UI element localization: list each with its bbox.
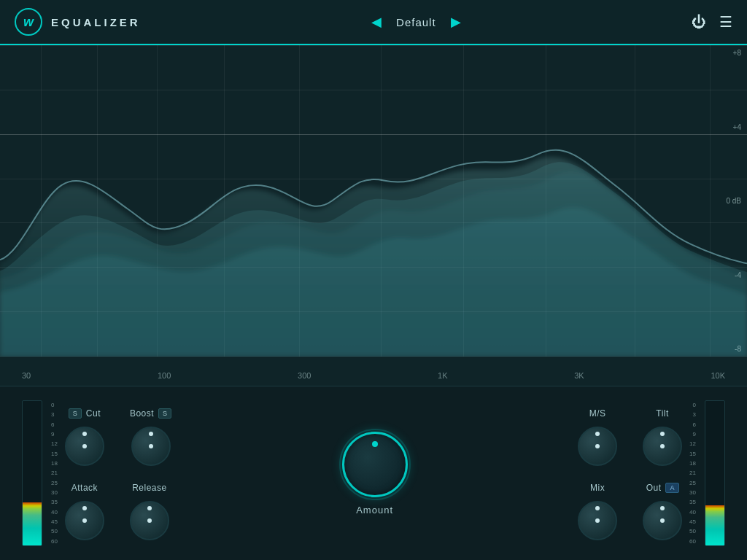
boost-badge: S [158, 408, 171, 419]
ms-knob[interactable] [578, 427, 617, 466]
db-label-8p: +8 [726, 49, 741, 57]
out-knob-dot [660, 506, 665, 510]
release-label: Release [132, 483, 167, 493]
vu-meter-left [22, 400, 42, 546]
tilt-group: Tilt [643, 406, 682, 466]
cut-label: Cut [86, 408, 101, 419]
controls: 0 3 6 9 12 15 18 21 25 30 35 40 45 50 60… [0, 386, 747, 560]
controls-inner: S Cut Boost S [58, 406, 689, 540]
vu-fill-left [23, 502, 42, 545]
header-left: w EQUALIZER [15, 8, 141, 36]
boost-group: Boost S [130, 406, 171, 466]
release-group: Release [130, 481, 169, 540]
left-knobs: S Cut Boost S [65, 406, 171, 540]
boost-knob-dot [149, 432, 153, 436]
freq-30: 30 [22, 371, 31, 380]
freq-3k: 3K [574, 371, 584, 380]
attack-group: Attack [65, 481, 104, 540]
amount-knob[interactable] [342, 432, 408, 497]
top-row-knobs: S Cut Boost S [65, 406, 171, 466]
eq-display: +8 +4 0 dB -4 -8 30 100 300 1K 3K 10K [0, 45, 747, 386]
vu-meter-right [705, 400, 725, 546]
app-title: EQUALIZER [51, 16, 141, 28]
boost-label: Boost [130, 408, 154, 419]
freq-labels: 30 100 300 1K 3K 10K [22, 371, 725, 380]
attack-label: Attack [71, 483, 98, 493]
db-labels: +8 +4 0 dB -4 -8 [726, 45, 741, 357]
top-row-right: M/S Tilt [578, 406, 682, 466]
out-badge: A [665, 483, 678, 493]
header-center: ◀ Default ▶ [371, 14, 461, 30]
attack-knob-dot [82, 506, 87, 510]
vu-labels-right: 0 3 6 9 12 15 18 21 25 30 35 40 45 50 60 [689, 400, 696, 546]
w-logo: w [15, 8, 42, 36]
vu-meter-left-container: 0 3 6 9 12 15 18 21 25 30 35 40 45 50 60 [15, 400, 58, 546]
mix-group: Mix [578, 481, 617, 540]
prev-preset-button[interactable]: ◀ [371, 14, 382, 30]
mix-label: Mix [590, 483, 605, 493]
next-preset-button[interactable]: ▶ [451, 14, 461, 30]
mix-knob[interactable] [578, 501, 617, 540]
out-group: Out A [643, 481, 682, 540]
freq-300: 300 [298, 371, 311, 380]
preset-name: Default [396, 16, 436, 28]
boost-knob[interactable] [131, 427, 171, 466]
eq-curve [0, 45, 747, 357]
db-label-8n: -8 [726, 345, 741, 353]
bottom-row-knobs: Attack Release [65, 481, 171, 540]
release-knob-dot [147, 506, 152, 510]
amount-container: Amount [342, 432, 408, 516]
power-icon[interactable]: ⏻ [692, 14, 706, 31]
tilt-knob[interactable] [643, 427, 682, 466]
db-label-4n: -4 [726, 271, 741, 279]
vu-labels-left: 0 3 6 9 12 15 18 21 25 30 35 40 45 50 60 [51, 400, 58, 546]
mix-knob-dot [595, 506, 600, 510]
cut-knob[interactable] [65, 427, 104, 466]
freq-1k: 1K [438, 371, 447, 380]
cut-badge: S [69, 408, 82, 419]
db-label-0: 0 dB [726, 197, 741, 205]
ms-label: M/S [589, 408, 606, 419]
amount-knob-dot [372, 441, 378, 447]
cut-group: S Cut [65, 406, 104, 466]
menu-icon[interactable]: ☰ [719, 13, 732, 31]
attack-knob[interactable] [65, 501, 104, 540]
tilt-label: Tilt [656, 408, 669, 419]
tilt-knob-dot [660, 432, 665, 436]
vu-fill-right [705, 505, 724, 545]
right-knobs: M/S Tilt [578, 406, 682, 540]
cut-knob-dot [82, 432, 87, 436]
out-label: Out [646, 483, 662, 493]
release-knob[interactable] [130, 501, 169, 540]
ms-knob-dot [595, 432, 600, 436]
ms-group: M/S [578, 406, 617, 466]
freq-100: 100 [158, 371, 171, 380]
header-right: ⏻ ☰ [692, 13, 732, 31]
out-knob[interactable] [643, 501, 682, 540]
vu-meter-right-container: 0 3 6 9 12 15 18 21 25 30 35 40 45 50 60 [689, 400, 732, 546]
db-label-4p: +4 [726, 123, 741, 131]
bottom-row-right: Mix Out A [578, 481, 682, 540]
amount-label: Amount [356, 505, 393, 516]
freq-10k: 10K [711, 371, 725, 380]
header: w EQUALIZER ◀ Default ▶ ⏻ ☰ [0, 0, 747, 45]
